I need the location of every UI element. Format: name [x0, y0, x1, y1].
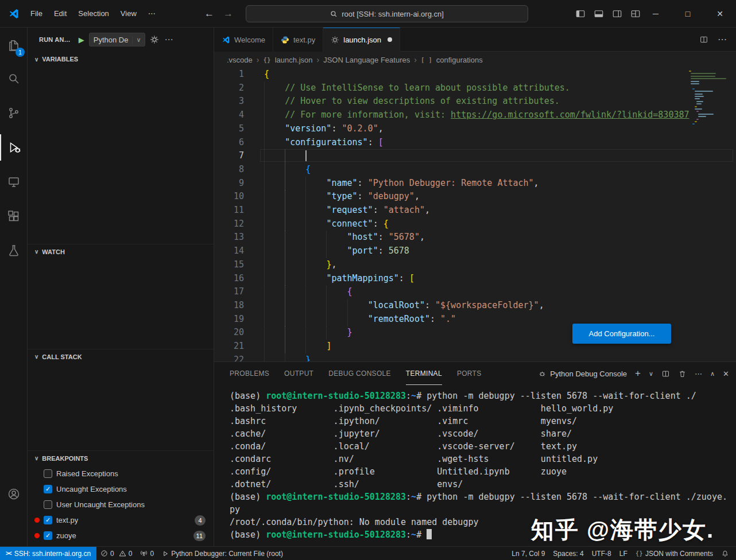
indentation-status[interactable]: Spaces: 4 [549, 547, 587, 560]
search-view-icon[interactable] [0, 65, 28, 92]
breakpoint-item[interactable]: ✓Uncaught Exceptions [28, 481, 214, 497]
code-line[interactable]: 2 // Use IntelliSense to learn about pos… [214, 81, 684, 95]
line-number: 4 [214, 108, 244, 122]
maximize-panel-icon[interactable]: ∧ [710, 370, 715, 378]
run-debug-icon[interactable] [0, 134, 28, 161]
ports-status[interactable]: 0 [136, 547, 158, 560]
code-line[interactable]: 10 "type": "debugpy", [214, 190, 684, 204]
breakpoint-checkbox[interactable]: ✓ [44, 531, 52, 540]
panel-more-actions-icon[interactable]: ⋯ [695, 370, 702, 378]
tab-launch-json[interactable]: launch.json [323, 28, 400, 52]
code-line[interactable]: 5 "version": "0.2.0", [214, 122, 684, 136]
code-line[interactable]: 7 [214, 149, 684, 163]
toggle-secondary-sidebar-icon[interactable] [612, 9, 622, 19]
breakpoint-item[interactable]: User Uncaught Exceptions [28, 497, 214, 512]
code-line[interactable]: 6 "configurations": [ [214, 136, 684, 150]
code-line[interactable]: 19 "remoteRoot": "." [214, 313, 684, 326]
code-line[interactable]: 21 ] [214, 340, 684, 353]
minimize-button[interactable]: ─ [640, 0, 672, 28]
code-line[interactable]: 14 "port": 5678 [214, 244, 684, 258]
editor-more-actions-icon[interactable]: ⋯ [718, 34, 727, 45]
breakpoint-item[interactable]: ✓zuoye11 [28, 528, 214, 543]
breakpoint-item[interactable]: Raised Exceptions [28, 466, 214, 481]
breadcrumb-vscode[interactable]: .vscode [227, 56, 253, 64]
close-button[interactable]: ✕ [704, 0, 736, 28]
menu-file[interactable]: File [25, 6, 48, 21]
menu-overflow-button[interactable]: ⋯ [143, 6, 161, 21]
debug-config-select[interactable]: Python De ∨ [89, 33, 145, 46]
breadcrumb-launch-json[interactable]: launch.json [275, 56, 313, 64]
breadcrumb-configurations[interactable]: configurations [436, 56, 483, 64]
account-icon[interactable] [0, 481, 28, 507]
code-line[interactable]: 4 // For more information, visit: https:… [214, 108, 684, 122]
tab-problems[interactable]: PROBLEMS [230, 362, 269, 385]
back-button[interactable]: ← [204, 8, 214, 20]
tab-debug-console[interactable]: DEBUG CONSOLE [328, 362, 391, 385]
breakpoint-item[interactable]: ✓text.py4 [28, 512, 214, 528]
forward-button[interactable]: → [223, 8, 233, 20]
toggle-sidebar-icon[interactable] [575, 9, 586, 19]
kill-terminal-icon[interactable] [678, 370, 687, 378]
section-variables[interactable]: ∨ VARIABLES [28, 52, 214, 67]
code-line[interactable]: 13 "host": "5678", [214, 231, 684, 244]
command-center-search[interactable]: root [SSH: ssh.intern-ai.org.cn] [246, 5, 528, 22]
breakpoint-checkbox[interactable] [44, 469, 52, 478]
code-line[interactable]: 17 { [214, 285, 684, 299]
remote-explorer-icon[interactable] [0, 169, 28, 195]
new-terminal-icon[interactable]: + [635, 368, 641, 379]
tab-textpy[interactable]: text.py [273, 28, 323, 52]
testing-icon[interactable] [0, 238, 28, 264]
remote-indicator[interactable]: >< SSH: ssh.intern-ai.org.cn [0, 547, 96, 560]
code-line[interactable]: 15 }, [214, 258, 684, 272]
views-more-actions-icon[interactable]: ⋯ [165, 34, 173, 45]
tab-ports[interactable]: PORTS [457, 362, 482, 385]
start-debug-icon[interactable]: ▶ [79, 36, 84, 44]
line-number: 20 [214, 326, 244, 340]
code-line[interactable]: 1{ [214, 68, 684, 81]
eol-status[interactable]: LF [615, 547, 632, 560]
breakpoint-checkbox[interactable] [44, 500, 52, 509]
section-watch[interactable]: ∨ WATCH [28, 244, 214, 259]
modified-dot-icon[interactable] [388, 37, 392, 42]
close-panel-icon[interactable]: ✕ [723, 370, 729, 378]
encoding-status[interactable]: UTF-8 [588, 547, 615, 560]
maximize-button[interactable]: □ [672, 0, 704, 28]
toggle-panel-icon[interactable] [594, 9, 604, 19]
code-line[interactable]: 12 "connect": { [214, 217, 684, 231]
cursor-position[interactable]: Ln 7, Col 9 [508, 547, 549, 560]
breakpoint-checkbox[interactable]: ✓ [44, 485, 52, 493]
breadcrumb-json-language-features[interactable]: JSON Language Features [323, 56, 410, 64]
problems-status[interactable]: 0 0 [96, 547, 136, 560]
code-line[interactable]: 16 "pathMappings": [ [214, 272, 684, 286]
menu-selection[interactable]: Selection [73, 6, 114, 21]
terminal-session[interactable]: Python Debug Console [538, 370, 627, 378]
code-line[interactable]: 20 } [214, 326, 684, 340]
explorer-icon[interactable]: 1 [0, 32, 28, 59]
configure-gear-icon[interactable] [150, 35, 159, 44]
code-line[interactable]: 3 // Hover to view descriptions of exist… [214, 95, 684, 108]
minimap[interactable] [687, 68, 728, 361]
code-line[interactable]: 22 } [214, 353, 684, 361]
split-editor-icon[interactable] [699, 35, 708, 44]
breakpoint-checkbox[interactable]: ✓ [44, 516, 52, 524]
extensions-icon[interactable] [0, 203, 28, 230]
terminal-dropdown-icon[interactable]: ∨ [649, 370, 653, 378]
tab-terminal[interactable]: TERMINAL [406, 362, 442, 385]
debug-status[interactable]: Python Debugger: Current File (root) [158, 547, 287, 560]
code-line[interactable]: 18 "localRoot": "${workspaceFolder}", [214, 299, 684, 313]
editor-scrollbar[interactable] [728, 68, 736, 361]
code-line[interactable]: 11 "request": "attach", [214, 204, 684, 217]
section-breakpoints[interactable]: ∨ BREAKPOINTS [28, 450, 214, 465]
code-line[interactable]: 9 "name": "Python Debugger: Remote Attac… [214, 177, 684, 190]
split-terminal-icon[interactable] [661, 370, 670, 378]
menu-view[interactable]: View [115, 6, 142, 21]
section-call-stack[interactable]: ∨ CALL STACK [28, 349, 214, 364]
code-area[interactable]: Add Configuration... 1{2 // Use IntelliS… [214, 68, 736, 361]
tab-welcome[interactable]: Welcome [214, 28, 273, 52]
language-mode[interactable]: {} JSON with Comments [632, 547, 717, 560]
notifications-bell-icon[interactable] [717, 547, 736, 560]
tab-output[interactable]: OUTPUT [284, 362, 313, 385]
code-line[interactable]: 8 { [214, 163, 684, 177]
source-control-icon[interactable] [0, 100, 28, 126]
menu-edit[interactable]: Edit [49, 6, 72, 21]
